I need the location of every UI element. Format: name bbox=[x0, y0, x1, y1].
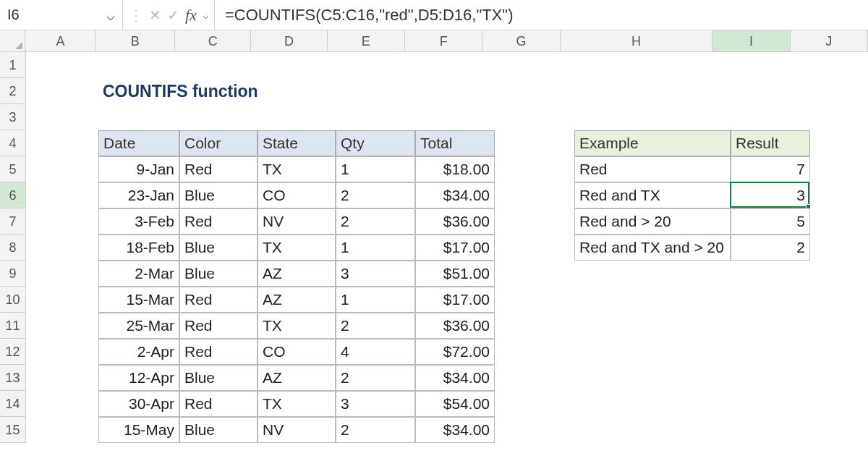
cell-date[interactable]: 12-Apr bbox=[98, 365, 179, 391]
cell-state[interactable]: NV bbox=[258, 417, 336, 443]
cell-state[interactable]: AZ bbox=[258, 365, 336, 391]
table-header[interactable]: Date bbox=[98, 130, 179, 156]
cell-total[interactable]: $17.00 bbox=[415, 235, 495, 261]
col-header-E[interactable]: E bbox=[328, 30, 405, 51]
cell-result[interactable]: 3 bbox=[731, 182, 810, 208]
cell-qty[interactable]: 2 bbox=[336, 182, 415, 208]
cell-date[interactable]: 25-Mar bbox=[98, 313, 179, 339]
cell-qty[interactable]: 1 bbox=[336, 287, 415, 313]
row-header-1[interactable]: 1 bbox=[0, 52, 25, 78]
cell-total[interactable]: $17.00 bbox=[415, 287, 495, 313]
cell-state[interactable]: AZ bbox=[258, 287, 336, 313]
cell-date[interactable]: 2-Mar bbox=[98, 261, 179, 287]
cell-qty[interactable]: 3 bbox=[336, 261, 415, 287]
col-header-J[interactable]: J bbox=[791, 30, 868, 51]
chevron-down-icon[interactable]: ⌵ bbox=[106, 7, 115, 24]
table-header[interactable]: Total bbox=[415, 130, 495, 156]
cell-qty[interactable]: 4 bbox=[336, 339, 415, 365]
col-header-A[interactable]: A bbox=[25, 30, 96, 51]
cell-state[interactable]: TX bbox=[258, 391, 336, 417]
cell-color[interactable]: Blue bbox=[179, 261, 258, 287]
col-header-G[interactable]: G bbox=[482, 30, 560, 51]
row-header-5[interactable]: 5 bbox=[0, 156, 25, 182]
row-header-11[interactable]: 11 bbox=[0, 313, 25, 339]
col-header-H[interactable]: H bbox=[561, 30, 713, 51]
cell-qty[interactable]: 2 bbox=[336, 313, 415, 339]
row-header-15[interactable]: 15 bbox=[0, 417, 25, 443]
row-header-2[interactable]: 2 bbox=[0, 78, 25, 104]
table-header[interactable]: Qty bbox=[336, 130, 415, 156]
row-header-8[interactable]: 8 bbox=[0, 235, 25, 261]
cell-total[interactable]: $18.00 bbox=[415, 156, 495, 182]
table-header[interactable]: Color bbox=[179, 130, 258, 156]
cell-total[interactable]: $34.00 bbox=[415, 417, 495, 443]
cell-qty[interactable]: 1 bbox=[336, 156, 415, 182]
cell-color[interactable]: Blue bbox=[179, 365, 258, 391]
cell-qty[interactable]: 2 bbox=[336, 365, 415, 391]
col-header-I[interactable]: I bbox=[712, 30, 790, 51]
cell-example[interactable]: Red and TX and > 20 bbox=[574, 235, 731, 261]
cell-state[interactable]: AZ bbox=[258, 261, 336, 287]
cancel-icon[interactable]: ✕ bbox=[149, 7, 161, 24]
confirm-icon[interactable]: ✓ bbox=[167, 7, 179, 24]
col-header-C[interactable]: C bbox=[175, 30, 251, 51]
row-header-4[interactable]: 4 bbox=[0, 130, 25, 156]
row-header-14[interactable]: 14 bbox=[0, 391, 25, 417]
page-title[interactable]: COUNTIFS function bbox=[98, 78, 388, 104]
cell-date[interactable]: 3-Feb bbox=[98, 208, 179, 235]
cell-color[interactable]: Red bbox=[179, 391, 258, 417]
cell-total[interactable]: $34.00 bbox=[415, 182, 495, 208]
cell-total[interactable]: $51.00 bbox=[415, 261, 495, 287]
cell-date[interactable]: 15-Mar bbox=[98, 287, 179, 313]
cell-color[interactable]: Red bbox=[179, 156, 258, 182]
cell-color[interactable]: Blue bbox=[179, 182, 258, 208]
chevron-down-icon[interactable]: ⌵ bbox=[203, 9, 208, 21]
cell-color[interactable]: Red bbox=[179, 287, 258, 313]
row-header-7[interactable]: 7 bbox=[0, 208, 25, 235]
cell-total[interactable]: $72.00 bbox=[415, 339, 495, 365]
cell-example[interactable]: Red and TX bbox=[574, 182, 731, 208]
cell-state[interactable]: NV bbox=[258, 208, 336, 235]
cell-date[interactable]: 9-Jan bbox=[98, 156, 179, 182]
formula-input[interactable]: =COUNTIFS(C5:C16,"red",D5:D16,"TX") bbox=[215, 0, 868, 30]
cell-qty[interactable]: 1 bbox=[336, 235, 415, 261]
cell-color[interactable]: Blue bbox=[179, 235, 258, 261]
cell-color[interactable]: Red bbox=[179, 208, 258, 235]
cell-result[interactable]: 2 bbox=[731, 235, 810, 261]
cell-result[interactable]: 7 bbox=[731, 156, 810, 182]
side-header[interactable]: Result bbox=[731, 130, 810, 156]
col-header-D[interactable]: D bbox=[251, 30, 327, 51]
cell-total[interactable]: $34.00 bbox=[415, 365, 495, 391]
cell-total[interactable]: $54.00 bbox=[415, 391, 495, 417]
cell-area[interactable]: COUNTIFS functionDateColorStateQtyTotal9… bbox=[26, 52, 868, 443]
cell-total[interactable]: $36.00 bbox=[415, 208, 495, 235]
name-box[interactable]: I6 ⌵ bbox=[0, 0, 123, 30]
cell-qty[interactable]: 2 bbox=[336, 417, 415, 443]
row-header-9[interactable]: 9 bbox=[0, 261, 25, 287]
side-header[interactable]: Example bbox=[574, 130, 731, 156]
col-header-B[interactable]: B bbox=[96, 30, 175, 51]
col-header-F[interactable]: F bbox=[405, 30, 482, 51]
cell-state[interactable]: CO bbox=[258, 339, 336, 365]
cell-color[interactable]: Red bbox=[179, 313, 258, 339]
fx-icon[interactable]: fx bbox=[185, 6, 197, 25]
cell-date[interactable]: 2-Apr bbox=[98, 339, 179, 365]
row-header-6[interactable]: 6 bbox=[0, 182, 25, 208]
table-header[interactable]: State bbox=[258, 130, 336, 156]
cell-date[interactable]: 23-Jan bbox=[98, 182, 179, 208]
cell-date[interactable]: 30-Apr bbox=[98, 391, 179, 417]
cell-color[interactable]: Blue bbox=[179, 417, 258, 443]
cell-total[interactable]: $36.00 bbox=[415, 313, 495, 339]
row-header-13[interactable]: 13 bbox=[0, 365, 25, 391]
cell-color[interactable]: Red bbox=[179, 339, 258, 365]
select-all-corner[interactable] bbox=[0, 30, 25, 51]
cell-date[interactable]: 18-Feb bbox=[98, 235, 179, 261]
cell-example[interactable]: Red bbox=[574, 156, 731, 182]
cell-qty[interactable]: 2 bbox=[336, 208, 415, 235]
cell-state[interactable]: TX bbox=[258, 156, 336, 182]
cell-result[interactable]: 5 bbox=[731, 208, 810, 235]
row-header-12[interactable]: 12 bbox=[0, 339, 25, 365]
cell-state[interactable]: CO bbox=[258, 182, 336, 208]
cell-date[interactable]: 15-May bbox=[98, 417, 179, 443]
cell-qty[interactable]: 3 bbox=[336, 391, 415, 417]
